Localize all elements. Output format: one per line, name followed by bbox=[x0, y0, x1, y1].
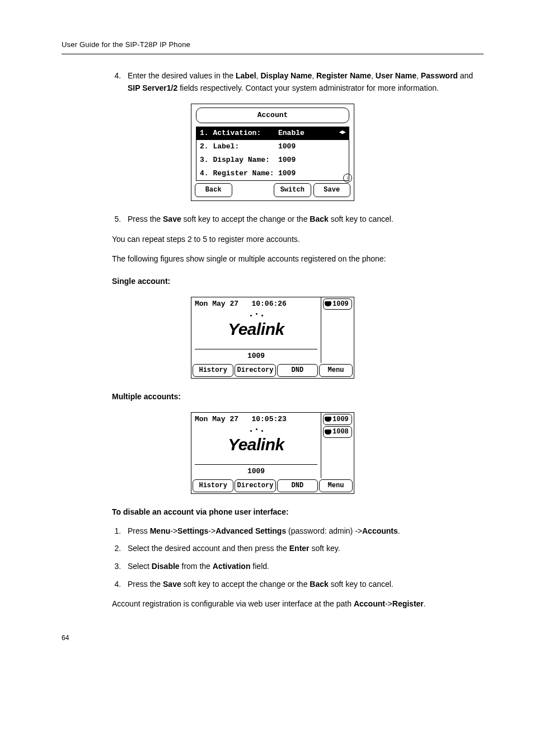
bold-term: Back bbox=[310, 580, 328, 589]
lcd-rows: 1. Activation:Enable◀▶2. Label:10093. Di… bbox=[196, 127, 349, 181]
field-label: 3. Display Name: bbox=[200, 155, 278, 166]
password-bold: Password bbox=[421, 71, 458, 80]
phone-icon bbox=[325, 430, 331, 435]
line-keys-column: 10091008 bbox=[321, 413, 354, 479]
line-key: 1008 bbox=[323, 426, 352, 438]
text: Select the desired account and then pres… bbox=[128, 544, 289, 553]
bold-term: Advanced Settings bbox=[216, 526, 286, 535]
phone-icon bbox=[325, 417, 331, 422]
yealink-logo: Yealink bbox=[228, 316, 284, 343]
bold-term: Save bbox=[163, 580, 181, 589]
softkey-row: HistoryDirectoryDNDMenu bbox=[191, 363, 354, 378]
text: Enter the desired values in the bbox=[128, 71, 236, 80]
softkey-row: BackSwitchSave bbox=[191, 183, 354, 200]
field-value: Enable bbox=[278, 128, 339, 139]
page-number: 64 bbox=[62, 633, 484, 643]
line-key-label: 1009 bbox=[332, 414, 349, 425]
disable-head: To disable an account via phone user int… bbox=[112, 506, 484, 519]
line-key-label: 1008 bbox=[332, 427, 349, 437]
multi-account-head: Multiple accounts: bbox=[112, 391, 484, 403]
account-field-row: 1. Activation:Enable◀▶ bbox=[196, 127, 349, 140]
text: Press the bbox=[128, 214, 163, 223]
bold-term: Activation bbox=[213, 562, 251, 571]
menu-softkey: Menu bbox=[319, 364, 353, 377]
disable-steps-list: Press Menu->Settings->Advanced Settings … bbox=[62, 525, 484, 591]
bold-term: Settings bbox=[177, 526, 208, 535]
figure-idle-multi: Mon May 27 10:05:23 Yealink 1009 1009100… bbox=[62, 412, 484, 494]
menu-softkey: Menu bbox=[319, 479, 353, 492]
text: soft key to cancel. bbox=[329, 214, 394, 223]
yealink-logo: Yealink bbox=[228, 432, 284, 458]
save-softkey: Save bbox=[313, 183, 351, 197]
account-bold: Account bbox=[354, 599, 385, 608]
text: . bbox=[398, 526, 400, 535]
text: Select bbox=[128, 562, 152, 571]
register-name-bold: Register Name bbox=[316, 71, 371, 80]
bold-term: Accounts bbox=[362, 526, 398, 535]
field-label: 4. Register Name: bbox=[200, 168, 278, 179]
bold-term: Menu bbox=[150, 526, 171, 535]
figure-account-edit: Account 1. Activation:Enable◀▶2. Label:1… bbox=[62, 104, 484, 201]
step-4: Enter the desired values in the Label, D… bbox=[123, 70, 484, 94]
account-field-row: 2. Label:1009 bbox=[196, 140, 349, 153]
label-bold: Label bbox=[236, 71, 256, 80]
register-bold: Register bbox=[392, 599, 424, 608]
text: (password: admin) -> bbox=[286, 526, 362, 535]
text: -> bbox=[170, 526, 177, 535]
line-key: 1009 bbox=[323, 298, 352, 310]
lcd-idle-multi: Mon May 27 10:05:23 Yealink 1009 1009100… bbox=[191, 412, 354, 494]
para-figures: The following figures show single or mul… bbox=[112, 253, 484, 265]
text: -> bbox=[385, 599, 392, 608]
directory-softkey: Directory bbox=[235, 364, 275, 377]
text: -> bbox=[208, 526, 216, 535]
status-bar: Mon May 27 10:06:26 bbox=[191, 297, 321, 310]
account-field-row: 3. Display Name:1009 bbox=[196, 153, 349, 167]
user-name-bold: User Name bbox=[376, 71, 416, 80]
text: soft key to cancel. bbox=[329, 580, 394, 589]
single-account-head: Single account: bbox=[112, 276, 484, 288]
left-right-arrows-icon: ◀▶ bbox=[339, 128, 345, 139]
text: Account registration is configurable via… bbox=[112, 599, 354, 608]
text: soft key to accept the change or the bbox=[181, 580, 310, 589]
text: fields respectively. Contact your system… bbox=[177, 83, 439, 92]
line-key: 1009 bbox=[323, 414, 352, 426]
text: . bbox=[424, 599, 426, 608]
history-softkey: History bbox=[193, 479, 233, 492]
sip-server-bold: SIP Server1/2 bbox=[128, 83, 177, 92]
active-account-label: 1009 bbox=[195, 464, 317, 478]
scroll-down-icon: ↓ bbox=[343, 174, 352, 183]
text: , bbox=[371, 71, 376, 80]
field-label: 1. Activation: bbox=[200, 128, 278, 139]
field-value: 1009 bbox=[278, 141, 345, 152]
status-bar: Mon May 27 10:05:23 bbox=[191, 413, 321, 425]
bold-term: Enter bbox=[289, 544, 310, 553]
status-time: 10:06:26 bbox=[251, 300, 286, 308]
bold-term: Disable bbox=[152, 562, 180, 571]
status-date: Mon May 27 bbox=[195, 415, 238, 423]
lcd-account-screen: Account 1. Activation:Enable◀▶2. Label:1… bbox=[191, 104, 354, 201]
text: soft key. bbox=[310, 544, 340, 553]
active-account-label: 1009 bbox=[195, 349, 317, 363]
figure-idle-single: Mon May 27 10:06:26 Yealink 1009 1009 Hi… bbox=[62, 297, 484, 379]
phone-icon bbox=[325, 301, 331, 306]
softkey-row: HistoryDirectoryDNDMenu bbox=[191, 478, 354, 493]
field-value: 1009 bbox=[278, 155, 345, 166]
dnd-softkey: DND bbox=[277, 364, 318, 377]
lcd-title: Account bbox=[196, 108, 349, 123]
switch-softkey: Switch bbox=[274, 183, 311, 197]
status-time: 10:05:23 bbox=[251, 415, 286, 423]
para-repeat: You can repeat steps 2 to 5 to register … bbox=[112, 234, 484, 246]
display-name-bold: Display Name bbox=[260, 71, 312, 80]
text: and bbox=[458, 71, 473, 80]
step-list-top: Enter the desired values in the Label, D… bbox=[62, 70, 484, 94]
logo-area: Yealink bbox=[191, 425, 321, 459]
line-key-label: 1009 bbox=[332, 299, 349, 310]
back-softkey: Back bbox=[195, 183, 232, 197]
text: , bbox=[416, 71, 421, 80]
page-header: User Guide for the SIP-T28P IP Phone bbox=[62, 39, 484, 50]
account-field-row: 4. Register Name:1009 bbox=[196, 167, 349, 180]
disable-step: Press the Save soft key to accept the ch… bbox=[123, 578, 484, 591]
text: soft key to accept the change or the bbox=[181, 214, 310, 223]
text: Press the bbox=[128, 580, 163, 589]
logo-area: Yealink bbox=[191, 310, 321, 344]
